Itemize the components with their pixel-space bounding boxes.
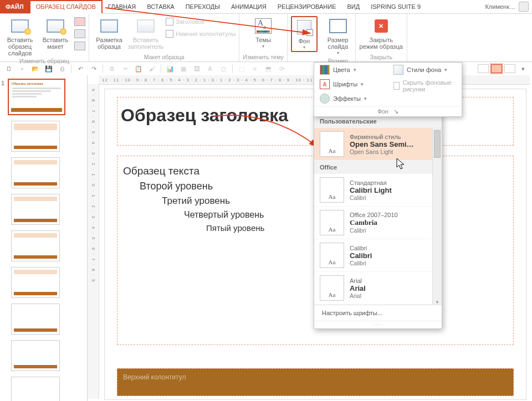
customize-fonts[interactable]: Настроить шрифты... bbox=[314, 305, 442, 321]
tab-home[interactable]: ГЛАВНАЯ bbox=[103, 0, 141, 13]
new-slide-icon[interactable]: ▫ bbox=[17, 63, 28, 74]
insert-layout-button[interactable]: Вставить макет bbox=[40, 16, 71, 50]
thumb-master[interactable]: Образец заголовка bbox=[8, 79, 65, 115]
resize-grip-icon[interactable]: ∙ ∙ ∙ ∙ bbox=[314, 321, 442, 328]
bg-styles-menu[interactable]: Стили фона▾ bbox=[388, 63, 462, 77]
view-reading-button[interactable] bbox=[504, 64, 515, 73]
preview-icon: Aa bbox=[320, 275, 344, 301]
copy-icon[interactable]: ⧉ bbox=[106, 63, 117, 74]
checkbox-icon bbox=[393, 82, 400, 90]
user-avatar-icon[interactable] bbox=[519, 2, 529, 12]
font-scheme-arial[interactable]: Aa ArialArialArial bbox=[314, 272, 442, 305]
delete-icon bbox=[74, 17, 85, 26]
tab-file[interactable]: ФАЙЛ bbox=[0, 0, 29, 13]
close-master-button[interactable]: ✕ Закрыть режим образца bbox=[359, 16, 403, 50]
placeholder-icon bbox=[137, 17, 155, 35]
tab-animation[interactable]: АНИМАЦИЯ bbox=[226, 0, 272, 13]
fonts-dropdown[interactable]: Пользовательские Aa Фирменный стильOpen … bbox=[314, 114, 442, 329]
group-master-layout: Макет образца bbox=[144, 54, 185, 60]
picture-icon[interactable]: 🖼 bbox=[191, 63, 202, 74]
fonts-icon: A bbox=[320, 79, 330, 89]
print-icon[interactable]: ⎙ bbox=[57, 63, 68, 74]
insert-slide-master-button[interactable]: Вставить образец слайдов bbox=[3, 16, 37, 56]
tab-transitions[interactable]: ПЕРЕХОДЫ bbox=[180, 0, 226, 13]
preview-icon: Aa bbox=[320, 243, 344, 268]
cut-icon[interactable]: ✂ bbox=[120, 63, 131, 74]
scrollbar[interactable]: ▴▾ bbox=[432, 128, 442, 305]
thumb-layout[interactable] bbox=[11, 377, 60, 401]
open-icon[interactable]: 📂 bbox=[30, 63, 41, 74]
view-normal-button[interactable] bbox=[478, 64, 489, 73]
master-layout-button[interactable]: Разметка образца bbox=[93, 16, 126, 50]
effects-icon bbox=[320, 94, 330, 104]
table-icon[interactable]: ▦ bbox=[178, 63, 189, 74]
view-dropdown-icon[interactable]: ▾ bbox=[518, 63, 529, 74]
chart-icon[interactable]: 📊 bbox=[165, 63, 176, 74]
preserve-icon bbox=[74, 42, 85, 50]
background-button[interactable]: Фон▾ bbox=[293, 17, 315, 51]
fonts-section-office: Office bbox=[314, 161, 442, 174]
tab-slide-master[interactable]: ОБРАЗЕЦ СЛАЙДОВ bbox=[29, 0, 103, 14]
thumb-layout[interactable] bbox=[11, 194, 60, 225]
font-scheme-calibri[interactable]: Aa CalibriCalibriCalibri bbox=[314, 239, 442, 272]
format-painter-icon[interactable]: 🖌 bbox=[146, 63, 157, 74]
textbox-icon[interactable]: A bbox=[204, 63, 216, 74]
redo-icon[interactable]: ↷ bbox=[88, 63, 99, 74]
thumb-layout[interactable] bbox=[11, 304, 60, 335]
fonts-menu[interactable]: AШрифты▾ bbox=[314, 77, 388, 91]
slide-canvas[interactable]: 12 · 11 · 10 · 9 · 8 · 7 · 6 · 5 · 4 · 3… bbox=[88, 75, 532, 401]
tab-ispring[interactable]: ISPRING SUITE 9 bbox=[365, 0, 426, 13]
dialog-launcher-icon[interactable]: ↘ bbox=[393, 108, 398, 115]
slide-size-button[interactable]: Размер слайда▾ bbox=[324, 16, 352, 56]
group-icon[interactable]: ⬒ bbox=[263, 63, 274, 74]
preserve-button[interactable] bbox=[74, 40, 85, 52]
rename-icon bbox=[74, 29, 85, 38]
effects-menu[interactable]: Эффекты▾ bbox=[314, 91, 388, 106]
tab-insert[interactable]: ВСТАВКА bbox=[141, 0, 180, 13]
thumb-layout[interactable] bbox=[11, 121, 60, 152]
user-name[interactable]: Клименк… bbox=[485, 3, 515, 10]
group-close: Закрыть bbox=[370, 54, 392, 60]
delete-button[interactable] bbox=[74, 16, 85, 27]
footer-text: Верхний колонтитул bbox=[123, 373, 186, 381]
slide-number: 1 bbox=[1, 80, 4, 86]
thumb-layout[interactable] bbox=[11, 340, 60, 371]
preview-icon: Aa bbox=[320, 177, 344, 203]
master-small-items bbox=[74, 16, 85, 52]
ribbon: Вставить образец слайдов Вставить макет … bbox=[0, 14, 532, 62]
rename-button[interactable] bbox=[74, 28, 85, 39]
checkbox-icon bbox=[166, 18, 173, 25]
undo-icon[interactable]: ↶ bbox=[75, 63, 86, 74]
themes-icon: Aa bbox=[254, 17, 272, 35]
view-sorter-button[interactable] bbox=[491, 64, 502, 73]
slide-size-icon bbox=[329, 17, 347, 35]
scrollbar-thumb[interactable] bbox=[434, 130, 441, 158]
paste-icon[interactable]: 📋 bbox=[133, 63, 144, 74]
thumbnail-pane[interactable]: 1 Образец заголовка bbox=[0, 75, 88, 401]
ruler-vertical: 9 · 8 · 7 · 6 · 5 · 4 · 3 · 2 · 1 · 0 · … bbox=[88, 84, 99, 399]
preview-icon: Aa bbox=[320, 210, 344, 235]
shape-icon[interactable]: ◻ bbox=[218, 63, 229, 74]
thumb-layout[interactable] bbox=[11, 157, 60, 188]
insert-placeholder-button: Вставить заполнитель bbox=[129, 16, 162, 50]
checkbox-icon bbox=[166, 30, 173, 38]
themes-button[interactable]: Aa Темы▾ bbox=[250, 16, 277, 50]
font-scheme-standard[interactable]: Aa СтандартнаяCalibri LightCalibri bbox=[314, 174, 442, 207]
font-scheme-user[interactable]: Aa Фирменный стильOpen Sans Semi…Open Sa… bbox=[314, 128, 442, 161]
tab-review[interactable]: РЕЦЕНЗИРОВАНИЕ bbox=[272, 0, 342, 13]
new-icon[interactable]: 🗋 bbox=[3, 63, 14, 74]
rotate-icon[interactable]: ⟳ bbox=[276, 63, 287, 74]
colors-menu[interactable]: Цвета▾ bbox=[314, 63, 388, 77]
align-icon[interactable]: ≡ bbox=[249, 63, 260, 74]
hide-bg-graphics[interactable]: Скрыть фоновые рисунки bbox=[388, 77, 462, 95]
tab-view[interactable]: ВИД bbox=[342, 0, 366, 13]
arrange-icon[interactable]: ⬚ bbox=[236, 63, 247, 74]
font-scheme-2007[interactable]: Aa Office 2007–2010CambriaCalibri bbox=[314, 207, 442, 239]
save-icon[interactable]: 💾 bbox=[43, 63, 54, 74]
layout-placeholder-icon bbox=[100, 17, 118, 35]
bg-panel-footer: Фон ↘ bbox=[314, 106, 462, 116]
background-dropdown[interactable]: Цвета▾ AШрифты▾ Эффекты▾ Стили фона▾ Скр… bbox=[314, 62, 462, 117]
thumb-layout[interactable] bbox=[11, 230, 60, 261]
thumb-layout[interactable] bbox=[11, 267, 60, 298]
footer-placeholder[interactable]: Верхний колонтитул bbox=[117, 368, 514, 396]
